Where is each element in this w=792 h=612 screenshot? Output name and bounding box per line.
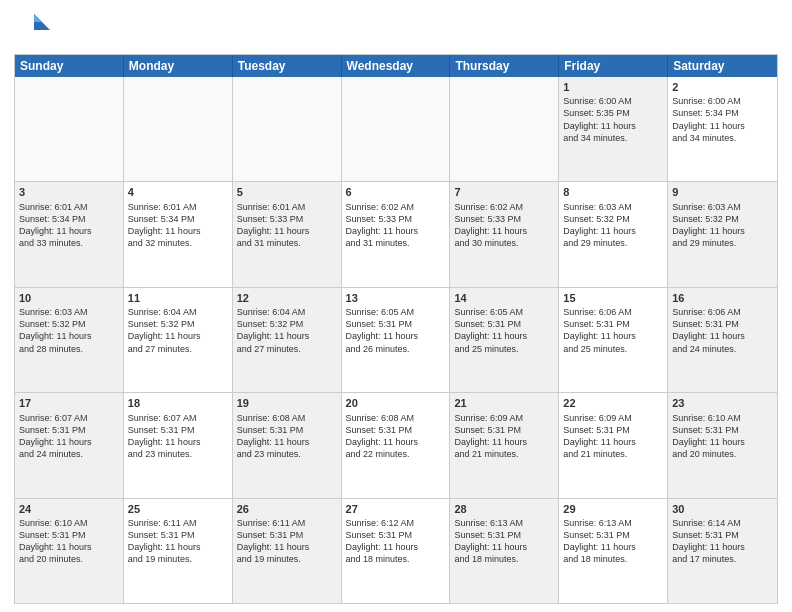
day-number: 5 (237, 185, 337, 199)
calendar-empty-cell (450, 77, 559, 181)
calendar-day-18: 18Sunrise: 6:07 AM Sunset: 5:31 PM Dayli… (124, 393, 233, 497)
day-info: Sunrise: 6:02 AM Sunset: 5:33 PM Dayligh… (454, 201, 554, 250)
calendar-day-20: 20Sunrise: 6:08 AM Sunset: 5:31 PM Dayli… (342, 393, 451, 497)
day-number: 21 (454, 396, 554, 410)
day-info: Sunrise: 6:01 AM Sunset: 5:34 PM Dayligh… (128, 201, 228, 250)
day-info: Sunrise: 6:06 AM Sunset: 5:31 PM Dayligh… (672, 306, 773, 355)
day-number: 11 (128, 291, 228, 305)
day-number: 7 (454, 185, 554, 199)
calendar-day-24: 24Sunrise: 6:10 AM Sunset: 5:31 PM Dayli… (15, 499, 124, 603)
header-day-saturday: Saturday (668, 55, 777, 77)
day-info: Sunrise: 6:10 AM Sunset: 5:31 PM Dayligh… (672, 412, 773, 461)
day-number: 6 (346, 185, 446, 199)
day-info: Sunrise: 6:02 AM Sunset: 5:33 PM Dayligh… (346, 201, 446, 250)
day-number: 8 (563, 185, 663, 199)
day-number: 10 (19, 291, 119, 305)
page: SundayMondayTuesdayWednesdayThursdayFrid… (0, 0, 792, 612)
calendar-day-21: 21Sunrise: 6:09 AM Sunset: 5:31 PM Dayli… (450, 393, 559, 497)
day-info: Sunrise: 6:04 AM Sunset: 5:32 PM Dayligh… (128, 306, 228, 355)
day-info: Sunrise: 6:09 AM Sunset: 5:31 PM Dayligh… (563, 412, 663, 461)
day-info: Sunrise: 6:05 AM Sunset: 5:31 PM Dayligh… (346, 306, 446, 355)
day-number: 12 (237, 291, 337, 305)
day-info: Sunrise: 6:01 AM Sunset: 5:33 PM Dayligh… (237, 201, 337, 250)
calendar-day-1: 1Sunrise: 6:00 AM Sunset: 5:35 PM Daylig… (559, 77, 668, 181)
calendar-day-12: 12Sunrise: 6:04 AM Sunset: 5:32 PM Dayli… (233, 288, 342, 392)
calendar-day-3: 3Sunrise: 6:01 AM Sunset: 5:34 PM Daylig… (15, 182, 124, 286)
day-info: Sunrise: 6:09 AM Sunset: 5:31 PM Dayligh… (454, 412, 554, 461)
day-number: 16 (672, 291, 773, 305)
day-number: 2 (672, 80, 773, 94)
calendar-week-2: 3Sunrise: 6:01 AM Sunset: 5:34 PM Daylig… (15, 182, 777, 287)
day-info: Sunrise: 6:03 AM Sunset: 5:32 PM Dayligh… (672, 201, 773, 250)
calendar-day-13: 13Sunrise: 6:05 AM Sunset: 5:31 PM Dayli… (342, 288, 451, 392)
day-info: Sunrise: 6:03 AM Sunset: 5:32 PM Dayligh… (19, 306, 119, 355)
day-info: Sunrise: 6:14 AM Sunset: 5:31 PM Dayligh… (672, 517, 773, 566)
header-day-monday: Monday (124, 55, 233, 77)
calendar-day-25: 25Sunrise: 6:11 AM Sunset: 5:31 PM Dayli… (124, 499, 233, 603)
day-number: 27 (346, 502, 446, 516)
calendar-day-7: 7Sunrise: 6:02 AM Sunset: 5:33 PM Daylig… (450, 182, 559, 286)
day-info: Sunrise: 6:13 AM Sunset: 5:31 PM Dayligh… (563, 517, 663, 566)
calendar-week-3: 10Sunrise: 6:03 AM Sunset: 5:32 PM Dayli… (15, 288, 777, 393)
day-number: 15 (563, 291, 663, 305)
day-info: Sunrise: 6:00 AM Sunset: 5:35 PM Dayligh… (563, 95, 663, 144)
day-info: Sunrise: 6:12 AM Sunset: 5:31 PM Dayligh… (346, 517, 446, 566)
calendar-day-10: 10Sunrise: 6:03 AM Sunset: 5:32 PM Dayli… (15, 288, 124, 392)
day-info: Sunrise: 6:11 AM Sunset: 5:31 PM Dayligh… (128, 517, 228, 566)
day-info: Sunrise: 6:11 AM Sunset: 5:31 PM Dayligh… (237, 517, 337, 566)
day-info: Sunrise: 6:05 AM Sunset: 5:31 PM Dayligh… (454, 306, 554, 355)
day-number: 28 (454, 502, 554, 516)
logo (14, 10, 54, 46)
day-info: Sunrise: 6:06 AM Sunset: 5:31 PM Dayligh… (563, 306, 663, 355)
day-info: Sunrise: 6:04 AM Sunset: 5:32 PM Dayligh… (237, 306, 337, 355)
logo-icon (14, 10, 50, 46)
day-number: 4 (128, 185, 228, 199)
calendar-body: 1Sunrise: 6:00 AM Sunset: 5:35 PM Daylig… (15, 77, 777, 603)
day-number: 9 (672, 185, 773, 199)
day-info: Sunrise: 6:10 AM Sunset: 5:31 PM Dayligh… (19, 517, 119, 566)
day-number: 25 (128, 502, 228, 516)
header (14, 10, 778, 46)
day-number: 29 (563, 502, 663, 516)
calendar-day-29: 29Sunrise: 6:13 AM Sunset: 5:31 PM Dayli… (559, 499, 668, 603)
calendar-day-11: 11Sunrise: 6:04 AM Sunset: 5:32 PM Dayli… (124, 288, 233, 392)
calendar-day-14: 14Sunrise: 6:05 AM Sunset: 5:31 PM Dayli… (450, 288, 559, 392)
day-info: Sunrise: 6:08 AM Sunset: 5:31 PM Dayligh… (237, 412, 337, 461)
header-day-wednesday: Wednesday (342, 55, 451, 77)
calendar-day-6: 6Sunrise: 6:02 AM Sunset: 5:33 PM Daylig… (342, 182, 451, 286)
header-day-thursday: Thursday (450, 55, 559, 77)
header-day-tuesday: Tuesday (233, 55, 342, 77)
calendar-day-22: 22Sunrise: 6:09 AM Sunset: 5:31 PM Dayli… (559, 393, 668, 497)
day-number: 23 (672, 396, 773, 410)
day-number: 18 (128, 396, 228, 410)
calendar-header: SundayMondayTuesdayWednesdayThursdayFrid… (15, 55, 777, 77)
calendar: SundayMondayTuesdayWednesdayThursdayFrid… (14, 54, 778, 604)
calendar-day-2: 2Sunrise: 6:00 AM Sunset: 5:34 PM Daylig… (668, 77, 777, 181)
calendar-day-30: 30Sunrise: 6:14 AM Sunset: 5:31 PM Dayli… (668, 499, 777, 603)
day-number: 3 (19, 185, 119, 199)
calendar-day-16: 16Sunrise: 6:06 AM Sunset: 5:31 PM Dayli… (668, 288, 777, 392)
svg-marker-1 (34, 14, 42, 22)
calendar-day-4: 4Sunrise: 6:01 AM Sunset: 5:34 PM Daylig… (124, 182, 233, 286)
calendar-empty-cell (233, 77, 342, 181)
day-info: Sunrise: 6:00 AM Sunset: 5:34 PM Dayligh… (672, 95, 773, 144)
day-info: Sunrise: 6:07 AM Sunset: 5:31 PM Dayligh… (128, 412, 228, 461)
day-number: 17 (19, 396, 119, 410)
day-number: 13 (346, 291, 446, 305)
day-number: 14 (454, 291, 554, 305)
calendar-day-28: 28Sunrise: 6:13 AM Sunset: 5:31 PM Dayli… (450, 499, 559, 603)
header-day-friday: Friday (559, 55, 668, 77)
calendar-week-4: 17Sunrise: 6:07 AM Sunset: 5:31 PM Dayli… (15, 393, 777, 498)
day-number: 1 (563, 80, 663, 94)
calendar-week-1: 1Sunrise: 6:00 AM Sunset: 5:35 PM Daylig… (15, 77, 777, 182)
calendar-day-23: 23Sunrise: 6:10 AM Sunset: 5:31 PM Dayli… (668, 393, 777, 497)
calendar-empty-cell (124, 77, 233, 181)
day-number: 20 (346, 396, 446, 410)
day-number: 19 (237, 396, 337, 410)
day-info: Sunrise: 6:13 AM Sunset: 5:31 PM Dayligh… (454, 517, 554, 566)
day-info: Sunrise: 6:07 AM Sunset: 5:31 PM Dayligh… (19, 412, 119, 461)
calendar-day-15: 15Sunrise: 6:06 AM Sunset: 5:31 PM Dayli… (559, 288, 668, 392)
calendar-week-5: 24Sunrise: 6:10 AM Sunset: 5:31 PM Dayli… (15, 499, 777, 603)
day-info: Sunrise: 6:01 AM Sunset: 5:34 PM Dayligh… (19, 201, 119, 250)
header-day-sunday: Sunday (15, 55, 124, 77)
